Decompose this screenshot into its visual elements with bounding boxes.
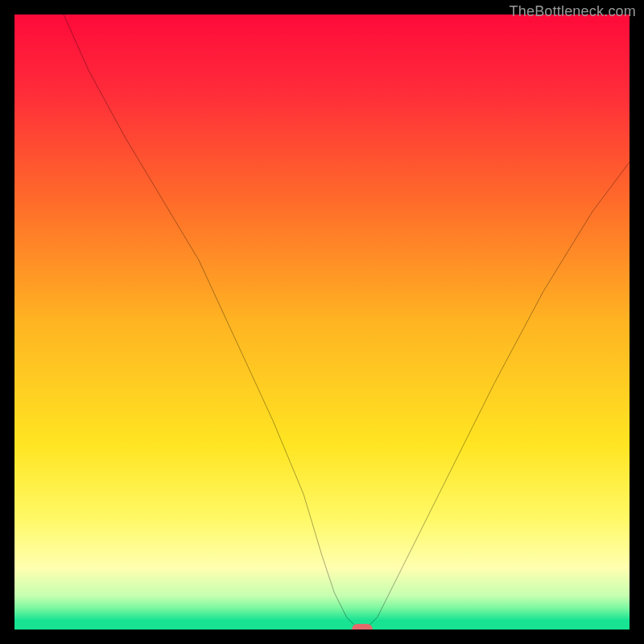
plot-area: [14, 14, 630, 630]
svg-rect-0: [14, 14, 630, 630]
chart-stage: TheBottleneck.com: [0, 0, 644, 644]
watermark-text: TheBottleneck.com: [510, 3, 636, 20]
gradient-background: [14, 14, 630, 630]
optimum-marker-icon: [352, 624, 373, 630]
